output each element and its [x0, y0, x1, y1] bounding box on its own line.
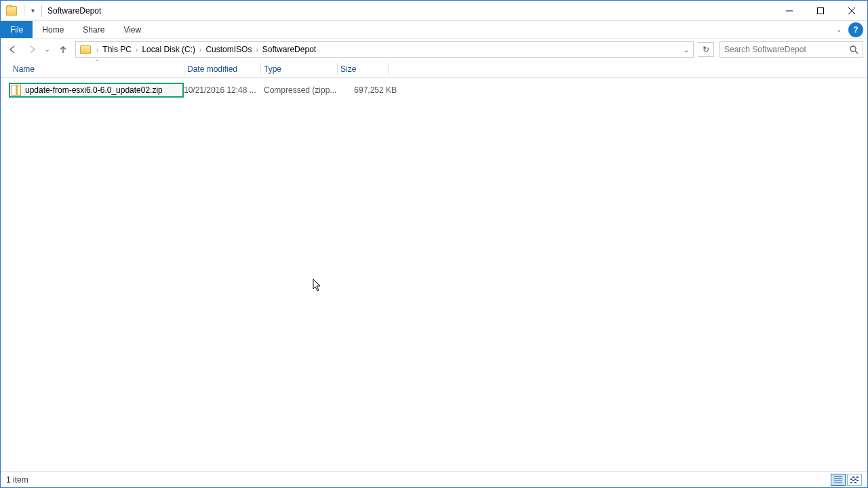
sort-asc-icon: ⌃: [95, 59, 100, 65]
file-name[interactable]: update-from-esxi6.0-6.0_update02.zip: [25, 85, 163, 95]
file-date: 10/21/2016 12:48 ...: [184, 85, 264, 95]
svg-line-5: [855, 51, 858, 54]
file-type: Compressed (zipp...: [264, 85, 344, 95]
recent-dropdown-icon[interactable]: ⌄: [43, 41, 52, 58]
nav-bar: ⌄ › This PC › Local Disk (C:) › CustomIS…: [1, 39, 867, 60]
search-input[interactable]: [720, 45, 863, 54]
chevron-right-icon[interactable]: ›: [96, 46, 98, 54]
cursor-icon: [313, 279, 322, 292]
large-icons-view-button[interactable]: [847, 474, 862, 486]
title-bar: ▾ SoftwareDepot: [1, 1, 867, 21]
breadcrumb-segment[interactable]: CustomISOs: [203, 45, 254, 54]
tab-share[interactable]: Share: [73, 21, 114, 38]
breadcrumb-segment[interactable]: SoftwareDepot: [260, 45, 319, 54]
chevron-right-icon[interactable]: ›: [256, 46, 258, 54]
search-box[interactable]: [719, 41, 863, 58]
up-button[interactable]: [55, 41, 71, 58]
window-title: SoftwareDepot: [47, 6, 101, 16]
ribbon-tabs: File Home Share View ⌄ ?: [1, 21, 867, 39]
chevron-right-icon[interactable]: ›: [199, 46, 201, 54]
qat-dropdown-icon[interactable]: ▾: [31, 7, 35, 14]
address-dropdown-icon[interactable]: ⌄: [679, 46, 693, 54]
forward-button[interactable]: [24, 41, 40, 58]
zip-file-icon: [12, 85, 21, 96]
column-headers: Name⌃ Date modified Type Size: [1, 60, 867, 78]
file-list[interactable]: update-from-esxi6.0-6.0_update02.zip 10/…: [1, 82, 867, 475]
file-highlight: update-from-esxi6.0-6.0_update02.zip: [9, 83, 184, 98]
folder-icon: [80, 45, 91, 54]
item-count: 1 item: [6, 475, 28, 485]
tab-home[interactable]: Home: [33, 21, 73, 38]
status-bar: 1 item: [1, 471, 867, 487]
svg-point-4: [850, 46, 856, 52]
breadcrumb-segment[interactable]: This PC: [100, 45, 134, 54]
minimize-button[interactable]: [774, 1, 805, 21]
file-row[interactable]: update-from-esxi6.0-6.0_update02.zip 10/…: [9, 82, 867, 98]
column-size[interactable]: Size: [338, 64, 388, 74]
file-size: 697,252 KB: [344, 85, 397, 95]
breadcrumb-segment[interactable]: Local Disk (C:): [139, 45, 198, 54]
search-icon[interactable]: [850, 45, 859, 57]
refresh-button[interactable]: ↻: [698, 42, 714, 57]
svg-rect-1: [818, 7, 824, 14]
column-name[interactable]: Name⌃: [10, 64, 184, 74]
ribbon-collapse-icon[interactable]: ⌄: [831, 21, 847, 38]
details-view-button[interactable]: [831, 474, 846, 486]
tab-view[interactable]: View: [114, 21, 151, 38]
tab-file[interactable]: File: [1, 21, 33, 38]
help-icon[interactable]: ?: [848, 22, 863, 37]
column-date[interactable]: Date modified: [184, 64, 260, 74]
close-button[interactable]: [836, 1, 867, 21]
maximize-button[interactable]: [805, 1, 836, 21]
chevron-right-icon[interactable]: ›: [136, 46, 138, 54]
folder-icon: [6, 6, 17, 16]
back-button[interactable]: [5, 41, 21, 58]
column-type[interactable]: Type: [261, 64, 337, 74]
address-bar[interactable]: › This PC › Local Disk (C:) › CustomISOs…: [75, 41, 694, 58]
